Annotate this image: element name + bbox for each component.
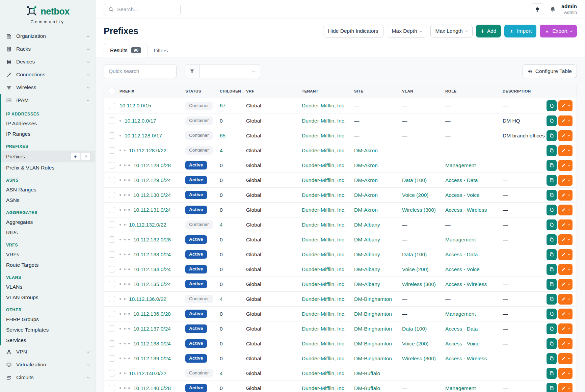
row-checkbox[interactable] bbox=[109, 281, 115, 287]
tab-filters[interactable]: Filters bbox=[148, 44, 174, 57]
sidebar-item-racks[interactable]: Racks bbox=[0, 43, 95, 55]
notifications-bell-icon[interactable] bbox=[550, 6, 556, 12]
add-button[interactable]: + Add bbox=[476, 25, 501, 37]
configure-table-button[interactable]: Configure Table bbox=[523, 64, 577, 78]
copy-button[interactable] bbox=[547, 205, 557, 215]
prefix-link[interactable]: 10.112.0.0/17 bbox=[125, 118, 156, 124]
prefix-link[interactable]: 10.112.128.0/22 bbox=[129, 148, 166, 154]
theme-toggle-button[interactable] bbox=[531, 3, 544, 15]
edit-button[interactable] bbox=[558, 294, 573, 305]
edit-button[interactable] bbox=[558, 115, 573, 126]
global-search[interactable] bbox=[104, 3, 181, 16]
prefix-link[interactable]: 10.112.133.0/24 bbox=[133, 252, 171, 258]
role-link[interactable]: Access - Voice bbox=[445, 192, 480, 198]
tenant-link[interactable]: Dunder-Mifflin, Inc. bbox=[302, 118, 346, 124]
max-length-button[interactable]: Max Length bbox=[430, 25, 473, 37]
site-link[interactable]: DM-Binghamton bbox=[354, 296, 392, 302]
row-checkbox[interactable] bbox=[109, 355, 115, 362]
sidebar-item-ipam[interactable]: IPAM bbox=[1, 94, 95, 107]
copy-button[interactable] bbox=[547, 100, 557, 111]
site-link[interactable]: DM-Binghamton bbox=[354, 311, 392, 317]
sidebar-item-ip-ranges[interactable]: IP Ranges bbox=[1, 129, 95, 139]
row-checkbox[interactable] bbox=[109, 177, 115, 183]
sidebar-item-circuits[interactable]: Circuits bbox=[0, 371, 95, 384]
tenant-link[interactable]: Dunder-Mifflin, Inc. bbox=[302, 192, 346, 198]
copy-button[interactable] bbox=[547, 115, 557, 126]
copy-button[interactable] bbox=[547, 190, 557, 201]
vlan-link[interactable]: Data (100) bbox=[402, 326, 427, 332]
site-link[interactable]: DM-Akron bbox=[354, 207, 378, 213]
sidebar-item-vlan-groups[interactable]: VLAN Groups bbox=[1, 292, 95, 303]
prefix-link[interactable]: 10.112.134.0/24 bbox=[133, 266, 171, 272]
sidebar-item-service-templates[interactable]: Service Templates bbox=[1, 324, 95, 335]
sidebar-item-asns[interactable]: ASNs bbox=[1, 195, 95, 205]
column-header-description[interactable]: DESCRIPTION bbox=[503, 89, 546, 93]
tenant-link[interactable]: Dunder-Mifflin, Inc. bbox=[302, 133, 346, 139]
copy-button[interactable] bbox=[547, 338, 557, 349]
saved-filter-select[interactable] bbox=[200, 64, 260, 78]
row-checkbox[interactable] bbox=[109, 132, 115, 139]
prefix-link[interactable]: 10.112.138.0/24 bbox=[133, 341, 171, 347]
tenant-link[interactable]: Dunder-Mifflin, Inc. bbox=[302, 281, 346, 287]
sidebar-item-ip-addresses[interactable]: IP Addresses bbox=[1, 118, 95, 129]
tenant-link[interactable]: Dunder-Mifflin, Inc. bbox=[302, 252, 346, 258]
copy-button[interactable] bbox=[547, 175, 557, 186]
row-checkbox[interactable] bbox=[109, 103, 115, 109]
tenant-link[interactable]: Dunder-Mifflin, Inc. bbox=[302, 177, 346, 183]
site-link[interactable]: DM-Akron bbox=[354, 148, 378, 154]
role-link[interactable]: Management bbox=[445, 311, 476, 317]
children-count[interactable]: 4 bbox=[220, 370, 223, 376]
column-header-status[interactable]: STATUS bbox=[185, 89, 220, 93]
global-search-input[interactable] bbox=[117, 6, 176, 12]
row-checkbox[interactable] bbox=[109, 370, 115, 376]
vlan-link[interactable]: Data (100) bbox=[402, 177, 427, 183]
vlan-link[interactable]: Data (100) bbox=[402, 252, 427, 258]
site-link[interactable]: DM-Albany bbox=[354, 237, 380, 243]
sidebar-item-aggregates[interactable]: Aggregates bbox=[1, 217, 95, 227]
user-menu[interactable]: admin Admin bbox=[561, 3, 577, 15]
row-checkbox[interactable] bbox=[109, 340, 115, 347]
site-link[interactable]: DM-Albany bbox=[354, 222, 380, 228]
site-link[interactable]: DM-Binghamton bbox=[354, 326, 392, 332]
edit-button[interactable] bbox=[558, 249, 573, 260]
role-link[interactable]: Access - Wireless bbox=[445, 356, 487, 362]
site-link[interactable]: DM-Akron bbox=[354, 177, 378, 183]
role-link[interactable]: Access - Data bbox=[445, 177, 478, 183]
sidebar-item-services[interactable]: Services bbox=[1, 335, 95, 345]
tenant-link[interactable]: Dunder-Mifflin, Inc. bbox=[302, 326, 346, 332]
export-button[interactable]: Export bbox=[540, 25, 577, 37]
copy-button[interactable] bbox=[547, 234, 557, 245]
column-header-prefix[interactable]: PREFIX bbox=[119, 89, 185, 93]
column-header-children[interactable]: CHILDREN bbox=[220, 89, 246, 93]
role-link[interactable]: Management bbox=[445, 162, 476, 168]
role-link[interactable]: Access - Voice bbox=[445, 266, 480, 272]
tenant-link[interactable]: Dunder-Mifflin, Inc. bbox=[302, 311, 346, 317]
filter-button[interactable] bbox=[185, 64, 200, 78]
edit-button[interactable] bbox=[558, 160, 573, 171]
site-link[interactable]: DM-Albany bbox=[354, 281, 380, 287]
sidebar-item-asn-ranges[interactable]: ASN Ranges bbox=[1, 184, 95, 195]
edit-button[interactable] bbox=[558, 338, 573, 349]
vlan-link[interactable]: Wireless (300) bbox=[402, 281, 436, 287]
prefix-link[interactable]: 10.112.131.0/24 bbox=[133, 207, 171, 213]
role-link[interactable]: Access - Voice bbox=[445, 341, 480, 347]
vlan-link[interactable]: Voice (200) bbox=[402, 341, 428, 347]
copy-button[interactable] bbox=[547, 294, 557, 305]
tab-results[interactable]: Results 90 bbox=[104, 43, 148, 57]
site-link[interactable]: DM-Buffalo bbox=[354, 370, 380, 376]
sidebar-item-prefix-vlan-roles[interactable]: Prefix & VLAN Roles bbox=[1, 162, 95, 173]
prefix-link[interactable]: 10.112.132.0/28 bbox=[133, 237, 171, 243]
sidebar-item-rirs[interactable]: RIRs bbox=[1, 227, 95, 238]
prefix-link[interactable]: 10.112.140.0/28 bbox=[133, 385, 171, 391]
children-count[interactable]: 67 bbox=[220, 103, 225, 109]
vlan-link[interactable]: Wireless (300) bbox=[402, 207, 436, 213]
tenant-link[interactable]: Dunder-Mifflin, Inc. bbox=[302, 370, 346, 376]
copy-button[interactable] bbox=[547, 249, 557, 260]
edit-button[interactable] bbox=[558, 279, 573, 290]
max-depth-button[interactable]: Max Depth bbox=[387, 25, 427, 37]
row-checkbox[interactable] bbox=[109, 296, 115, 302]
prefix-link[interactable]: 10.112.128.0/28 bbox=[133, 162, 171, 168]
prefix-link[interactable]: 10.112.135.0/24 bbox=[133, 281, 171, 287]
prefix-link[interactable]: 10.112.140.0/22 bbox=[129, 370, 166, 376]
vlan-link[interactable]: Voice (200) bbox=[402, 266, 428, 272]
